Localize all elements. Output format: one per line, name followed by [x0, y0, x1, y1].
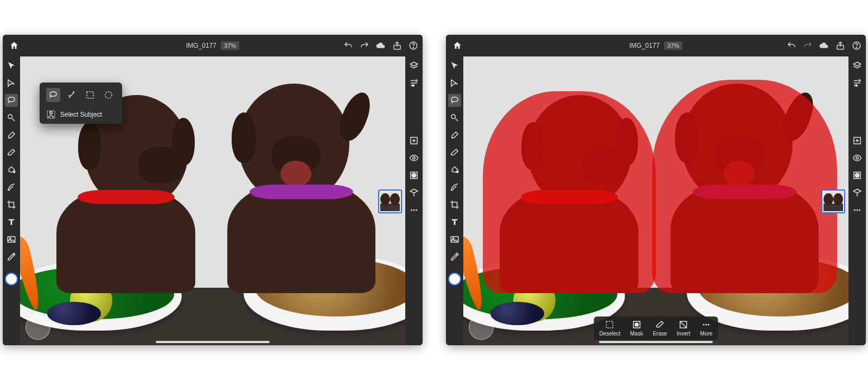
- visibility-icon[interactable]: [852, 153, 862, 163]
- gradient-tool-icon[interactable]: [7, 182, 16, 192]
- left-toolbar: [3, 56, 20, 345]
- right-toolbar: [848, 56, 866, 345]
- svg-point-31: [703, 324, 705, 326]
- erase-button[interactable]: Erase: [653, 320, 667, 337]
- layer-thumbnail[interactable]: [378, 189, 402, 213]
- foreground-color-swatch[interactable]: [448, 273, 461, 286]
- visibility-icon[interactable]: [409, 153, 419, 163]
- magic-wand-option-icon[interactable]: [65, 88, 79, 102]
- svg-point-42: [859, 210, 860, 211]
- move-tool-icon[interactable]: [450, 61, 459, 71]
- undo-icon[interactable]: [343, 41, 353, 50]
- redo-icon[interactable]: [803, 41, 813, 50]
- properties-panel-icon[interactable]: [852, 78, 862, 88]
- lasso-option-icon[interactable]: [46, 88, 60, 102]
- home-icon[interactable]: [3, 41, 19, 50]
- deselect-button[interactable]: Deselect: [599, 320, 621, 337]
- mask-icon[interactable]: [409, 170, 419, 180]
- zoom-level[interactable]: 37%: [664, 41, 682, 50]
- ellipse-marquee-option-icon[interactable]: [101, 88, 116, 102]
- invert-button[interactable]: Invert: [677, 320, 691, 337]
- document-title: IMG_0177: [186, 42, 216, 49]
- eraser-tool-icon[interactable]: [7, 148, 16, 157]
- fx-icon[interactable]: [852, 188, 862, 198]
- more-icon[interactable]: [409, 205, 419, 215]
- quick-select-tool-icon[interactable]: [450, 113, 459, 123]
- top-bar: IMG_0177 37%: [446, 35, 866, 56]
- lasso-flyout: Select Subject: [40, 83, 122, 124]
- svg-point-34: [859, 80, 860, 81]
- more-icon[interactable]: [852, 205, 862, 215]
- add-layer-icon[interactable]: [852, 136, 862, 145]
- svg-point-18: [413, 210, 415, 211]
- fill-tool-icon[interactable]: [7, 165, 16, 175]
- svg-point-23: [451, 115, 456, 119]
- fx-icon[interactable]: [409, 188, 419, 198]
- eyedropper-tool-icon[interactable]: [7, 252, 16, 262]
- svg-point-29: [635, 323, 638, 326]
- transform-tool-icon[interactable]: [450, 78, 459, 88]
- right-toolbar: [405, 56, 423, 345]
- crop-tool-icon[interactable]: [7, 200, 16, 210]
- more-button[interactable]: More: [700, 320, 713, 337]
- touch-nav-ring[interactable]: [25, 315, 50, 340]
- rect-marquee-option-icon[interactable]: [83, 88, 97, 102]
- mask-icon[interactable]: [852, 170, 862, 180]
- mask-button[interactable]: Mask: [630, 320, 643, 337]
- home-indicator: [156, 341, 270, 343]
- fill-tool-icon[interactable]: [450, 165, 459, 175]
- svg-point-16: [412, 173, 416, 178]
- eyedropper-tool-icon[interactable]: [450, 252, 459, 262]
- share-icon[interactable]: [835, 41, 845, 50]
- quick-select-tool-icon[interactable]: [7, 113, 16, 123]
- cloud-sync-icon[interactable]: [819, 41, 829, 50]
- svg-rect-27: [607, 321, 613, 328]
- document-image: [463, 56, 848, 345]
- app-window-left: IMG_0177 37%: [3, 35, 423, 345]
- layers-panel-icon[interactable]: [852, 61, 862, 71]
- layer-thumbnail[interactable]: [821, 189, 845, 213]
- svg-point-4: [14, 171, 15, 173]
- type-tool-icon[interactable]: [450, 217, 459, 227]
- undo-icon[interactable]: [787, 41, 796, 50]
- gradient-tool-icon[interactable]: [450, 182, 459, 192]
- brush-tool-icon[interactable]: [450, 130, 459, 140]
- place-image-tool-icon[interactable]: [7, 235, 16, 244]
- place-image-tool-icon[interactable]: [450, 235, 459, 244]
- svg-point-17: [411, 210, 412, 211]
- svg-point-2: [413, 47, 413, 48]
- svg-point-39: [855, 173, 859, 178]
- redo-icon[interactable]: [360, 41, 369, 50]
- svg-rect-7: [87, 92, 93, 98]
- help-icon[interactable]: [409, 41, 418, 50]
- properties-panel-icon[interactable]: [409, 78, 419, 88]
- eraser-tool-icon[interactable]: [450, 148, 459, 157]
- foreground-color-swatch[interactable]: [5, 273, 18, 286]
- svg-point-32: [705, 324, 707, 326]
- brush-tool-icon[interactable]: [7, 130, 16, 140]
- svg-point-19: [416, 210, 417, 211]
- type-tool-icon[interactable]: [7, 217, 16, 227]
- svg-point-40: [854, 210, 856, 211]
- svg-point-14: [413, 157, 416, 160]
- crop-tool-icon[interactable]: [450, 200, 459, 210]
- share-icon[interactable]: [392, 41, 402, 50]
- app-window-right: IMG_0177 37%: [446, 35, 866, 345]
- zoom-level[interactable]: 37%: [221, 41, 239, 50]
- svg-point-9: [50, 112, 53, 115]
- canvas[interactable]: Select Subject: [20, 56, 405, 345]
- home-icon[interactable]: [446, 41, 462, 50]
- lasso-tool-icon[interactable]: [448, 94, 461, 107]
- select-subject-button[interactable]: Select Subject: [45, 107, 117, 119]
- help-icon[interactable]: [852, 41, 861, 50]
- transform-tool-icon[interactable]: [7, 78, 16, 88]
- top-bar: IMG_0177 37%: [3, 35, 423, 56]
- cloud-sync-icon[interactable]: [376, 41, 386, 50]
- canvas[interactable]: Deselect Mask Erase Invert: [463, 56, 848, 345]
- lasso-tool-icon[interactable]: [5, 94, 18, 107]
- svg-point-3: [8, 115, 12, 119]
- move-tool-icon[interactable]: [7, 61, 16, 71]
- touch-nav-ring[interactable]: [469, 315, 494, 340]
- add-layer-icon[interactable]: [409, 136, 419, 145]
- layers-panel-icon[interactable]: [409, 61, 419, 71]
